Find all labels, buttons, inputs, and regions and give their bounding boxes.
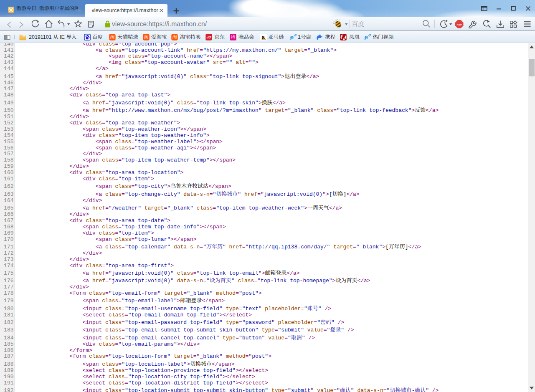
svg-text:特: 特 xyxy=(231,35,236,40)
svg-text:a: a xyxy=(261,34,265,40)
svg-text:ABP: ABP xyxy=(456,23,462,25)
svg-text:淘: 淘 xyxy=(144,35,149,40)
svg-text:淘: 淘 xyxy=(110,35,115,40)
svg-text:JD: JD xyxy=(207,35,212,39)
svg-text:淘: 淘 xyxy=(172,35,177,40)
